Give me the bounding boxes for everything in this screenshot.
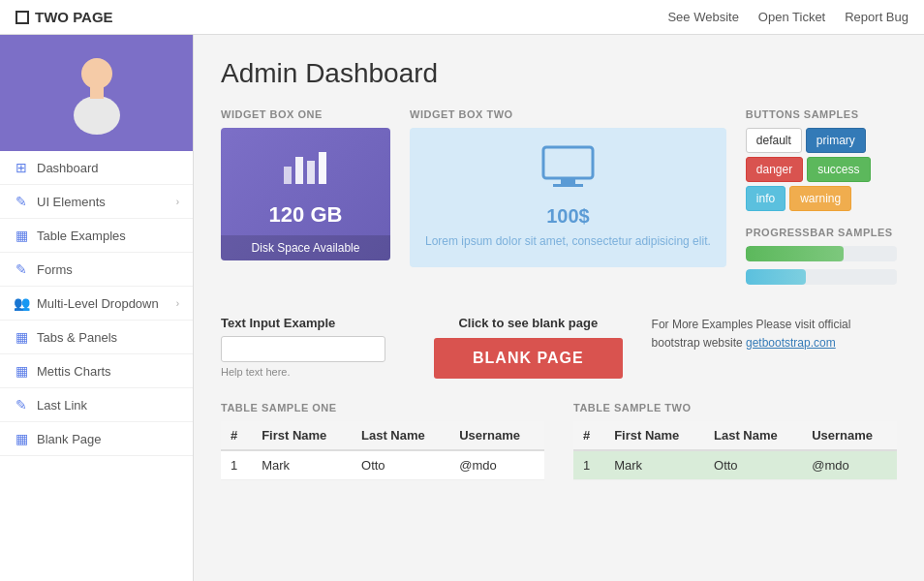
widget-card-blue: 100$ Lorem ipsum dolor sit amet, consect…	[410, 128, 726, 267]
svg-rect-4	[295, 157, 303, 184]
cell-user-2: @mdo	[802, 450, 897, 480]
table-row: 1 Mark Otto @mdo	[573, 450, 897, 480]
sidebar-item-mettis-charts[interactable]: ▦ Mettis Charts	[0, 354, 193, 388]
sidebar-item-multi-level[interactable]: 👥 Multi-Level Dropdown ›	[0, 287, 193, 321]
widget-one-label: Disk Space Available	[221, 235, 390, 260]
bar-chart-icon	[236, 147, 375, 195]
text-input[interactable]	[221, 336, 385, 362]
table-sample-one: TABLE SAMPLE ONE # First Name Last Name …	[221, 402, 544, 480]
page-title: Admin Dashboard	[221, 58, 897, 89]
table-one-header: # First Name Last Name Username	[221, 421, 544, 450]
sidebar-item-blank-page[interactable]: ▦ Blank Page	[0, 422, 193, 456]
sidebar-label-tabs-panels: Tabs & Panels	[37, 330, 117, 345]
svg-rect-3	[284, 167, 292, 184]
sidebar-label-last-link: Last Link	[37, 398, 87, 413]
col-username-2: Username	[802, 421, 897, 450]
see-website-link[interactable]: See Website	[667, 10, 738, 24]
svg-point-1	[74, 96, 120, 135]
svg-rect-2	[90, 87, 104, 99]
svg-rect-9	[553, 184, 583, 187]
svg-rect-7	[543, 147, 593, 178]
sidebar-label-multi-level: Multi-Level Dropdown	[37, 296, 159, 311]
btn-info[interactable]: info	[746, 186, 785, 211]
col-last-name-2: Last Name	[704, 421, 802, 450]
cell-num-2: 1	[573, 450, 604, 480]
progressbar-label: PROGRESSBAR SAMPLES	[746, 227, 897, 238]
table-one-label: TABLE SAMPLE ONE	[221, 402, 544, 413]
svg-rect-8	[561, 178, 575, 184]
forms-icon: ✎	[14, 261, 29, 277]
sidebar-label-ui-elements: UI Elements	[37, 195, 106, 209]
table-two-header: # First Name Last Name Username	[573, 421, 897, 450]
sidebar: ⊞ Dashboard ✎ UI Elements › ▦ Table Exam…	[0, 35, 194, 581]
sidebar-label-dashboard: Dashboard	[37, 161, 99, 175]
btn-danger[interactable]: danger	[746, 157, 803, 182]
widgets-row: WIDGET BOX ONE 120 GB Disk Space Availab…	[221, 108, 897, 292]
text-input-section: Text Input Example Help text here.	[221, 316, 405, 378]
sidebar-item-ui-elements[interactable]: ✎ UI Elements ›	[0, 185, 193, 219]
sidebar-item-last-link[interactable]: ✎ Last Link	[0, 388, 193, 422]
sidebar-item-table-examples[interactable]: ▦ Table Examples	[0, 219, 193, 253]
avatar-svg	[63, 52, 131, 135]
buttons-samples-label: BUTTONS SAMPLES	[746, 108, 897, 120]
col-hash: #	[221, 421, 252, 450]
monitor-icon	[425, 145, 711, 198]
blank-page-section: Click to see blank page BLANK PAGE	[434, 316, 623, 379]
open-ticket-link[interactable]: Open Ticket	[758, 10, 825, 24]
cell-num: 1	[221, 450, 252, 480]
btn-primary[interactable]: primary	[806, 128, 866, 153]
report-bug-link[interactable]: Report Bug	[845, 10, 909, 24]
sidebar-item-dashboard[interactable]: ⊞ Dashboard	[0, 151, 193, 185]
middle-row: Text Input Example Help text here. Click…	[221, 316, 897, 379]
sidebar-nav: ⊞ Dashboard ✎ UI Elements › ▦ Table Exam…	[0, 151, 193, 581]
buttons-section: BUTTONS SAMPLES default primary danger s…	[746, 108, 897, 292]
bootstrap-link[interactable]: getbootstrap.com	[746, 336, 836, 350]
main-content: Admin Dashboard WIDGET BOX ONE 120 GB	[194, 35, 924, 581]
widget-card-purple: 120 GB Disk Space Available	[221, 128, 390, 260]
blank-page-button[interactable]: BLANK PAGE	[434, 338, 623, 379]
tables-row: TABLE SAMPLE ONE # First Name Last Name …	[221, 402, 897, 480]
top-nav-links: See Website Open Ticket Report Bug	[667, 10, 909, 24]
col-first-name-2: First Name	[604, 421, 704, 450]
chevron-right-icon: ›	[176, 197, 179, 207]
sidebar-label-table-examples: Table Examples	[37, 229, 126, 243]
ui-elements-icon: ✎	[14, 194, 29, 209]
sidebar-item-tabs-panels[interactable]: ▦ Tabs & Panels	[0, 321, 193, 354]
sidebar-avatar	[0, 35, 193, 151]
sidebar-label-mettis-charts: Mettis Charts	[37, 364, 111, 379]
sidebar-item-forms[interactable]: ✎ Forms	[0, 253, 193, 287]
charts-icon: ▦	[14, 363, 29, 379]
cell-first-2: Mark	[604, 450, 704, 480]
widget-one-value: 120 GB	[236, 202, 375, 228]
table-one: # First Name Last Name Username 1 Mark O…	[221, 421, 544, 480]
col-hash-2: #	[573, 421, 604, 450]
cell-last-2: Otto	[704, 450, 802, 480]
col-username: Username	[449, 421, 544, 450]
more-examples-section: For More Examples Please visit official …	[652, 316, 865, 352]
table-sample-two: TABLE SAMPLE TWO # First Name Last Name …	[573, 402, 897, 480]
brand-box-icon	[15, 11, 29, 24]
blank-page-icon: ▦	[14, 431, 29, 446]
brand-label: TWO PAGE	[35, 9, 113, 25]
multi-level-icon: 👥	[14, 295, 29, 311]
tabs-icon: ▦	[14, 329, 29, 345]
progress-fill-1	[746, 246, 845, 261]
table-two-label: TABLE SAMPLE TWO	[573, 402, 897, 413]
last-link-icon: ✎	[14, 397, 29, 413]
dashboard-icon: ⊞	[14, 160, 29, 175]
btn-default[interactable]: default	[746, 128, 802, 153]
button-samples-row: default primary danger success info warn…	[746, 128, 897, 211]
widget-box-two: WIDGET BOX TWO 100$ Lorem ipsum dolor si…	[410, 108, 726, 267]
table-two: # First Name Last Name Username 1 Mark O…	[573, 421, 897, 480]
table-row: 1 Mark Otto @mdo	[221, 450, 544, 480]
progress-fill-2	[746, 269, 806, 285]
btn-success[interactable]: success	[807, 157, 870, 182]
widget-box-one: WIDGET BOX ONE 120 GB Disk Space Availab…	[221, 108, 390, 260]
cell-first: Mark	[252, 450, 352, 480]
sidebar-label-blank-page: Blank Page	[37, 432, 102, 446]
svg-rect-5	[307, 161, 315, 184]
col-last-name: Last Name	[352, 421, 449, 450]
table-icon: ▦	[14, 228, 29, 243]
btn-warning[interactable]: warning	[789, 186, 851, 211]
widget-box-two-label: WIDGET BOX TWO	[410, 108, 726, 120]
